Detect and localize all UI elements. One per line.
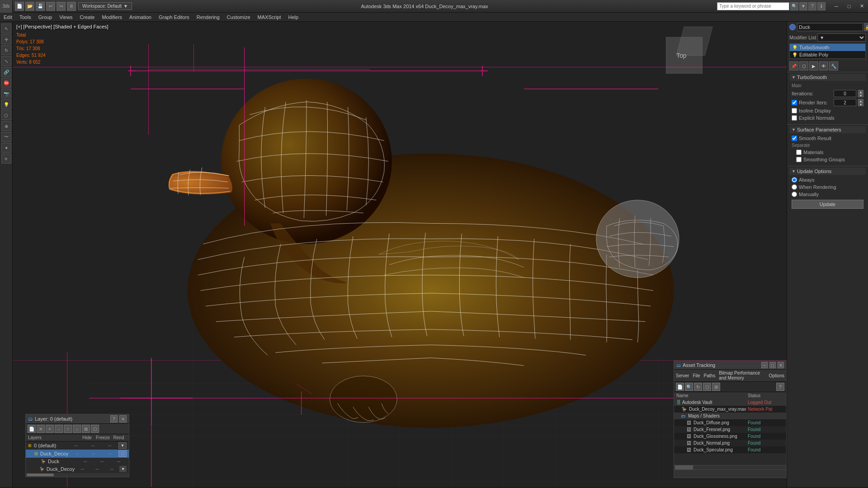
unlink-tool[interactable]: ⛔ [1, 78, 11, 88]
iter-down[interactable]: ▼ [858, 94, 863, 97]
close-btn[interactable]: ✕ [855, 0, 868, 13]
asset-toolbar-btn1[interactable]: 📄 [676, 383, 684, 391]
asset-toolbar-btn5[interactable]: ⊞ [712, 383, 720, 391]
riter-down[interactable]: ▼ [858, 103, 863, 106]
search-input[interactable] [717, 2, 789, 10]
asset-panel-scrollbar-thumb[interactable] [675, 465, 693, 469]
space-warp-tool[interactable]: 〜 [1, 132, 11, 142]
info-icon[interactable]: ℹ [817, 2, 826, 10]
modifier-turbosmooth[interactable]: 💡 TurboSmooth [790, 44, 865, 51]
menu-group[interactable]: Group [35, 14, 56, 21]
layer-expand2[interactable]: ▼ [119, 466, 127, 472]
menu-help[interactable]: Help [285, 14, 302, 21]
asset-menu-bitmap[interactable]: Bitmap Performance and Memory [719, 371, 765, 380]
layers-up-btn[interactable]: ↑ [64, 425, 72, 433]
layers-select-btn[interactable]: ⬡ [91, 425, 99, 433]
hold-btn[interactable]: ⏸ [67, 2, 76, 11]
asset-panel-scrollbar-h[interactable] [674, 465, 786, 469]
help-icon[interactable]: ? [808, 2, 816, 10]
asset-panel-maximize-btn[interactable]: □ [769, 362, 776, 368]
redo-btn[interactable]: ↪ [57, 2, 66, 11]
menu-rendering[interactable]: Rendering [193, 14, 223, 21]
modifier-icon-btn[interactable]: ⬡ [799, 61, 808, 70]
asset-row-glossiness[interactable]: 🖼 Duck_Glossiness.png Found [674, 433, 786, 440]
save-btn[interactable]: 💾 [36, 2, 45, 11]
object-color-swatch[interactable] [789, 24, 796, 30]
layer-toggle[interactable]: □ [118, 450, 127, 457]
layers-delete-btn[interactable]: ✕ [37, 425, 45, 433]
menu-animation[interactable]: Animation [126, 14, 155, 21]
materials-checkbox[interactable] [796, 150, 802, 155]
new-btn[interactable]: 📄 [15, 2, 24, 11]
link-tool[interactable]: 🔗 [1, 67, 11, 77]
menu-modifiers[interactable]: Modifiers [98, 14, 126, 21]
object-name-input[interactable] [797, 23, 863, 31]
menu-edit[interactable]: Edit [0, 14, 16, 21]
layers-expand-btn[interactable]: ⊞ [82, 425, 90, 433]
move-tool[interactable]: ✛ [1, 34, 11, 44]
asset-menu-file[interactable]: File [693, 373, 700, 378]
manually-radio[interactable] [792, 192, 797, 197]
menu-maxscript[interactable]: MAXScript [254, 14, 285, 21]
select-tool[interactable]: ↖ [1, 23, 11, 33]
layers-help-btn[interactable]: ? [110, 415, 118, 422]
layers-down-btn[interactable]: ↓ [73, 425, 81, 433]
pin-stack-btn[interactable]: 📌 [789, 61, 798, 70]
maximize-btn[interactable]: □ [843, 0, 855, 13]
asset-panel-close-btn[interactable]: ✕ [778, 362, 784, 368]
modifier-editable-poly[interactable]: 💡 Editable Poly [790, 51, 865, 58]
scale-tool[interactable]: ⤡ [1, 56, 11, 66]
undo-btn[interactable]: ↩ [46, 2, 55, 11]
always-radio[interactable] [792, 177, 797, 183]
layer-item-duck-decoy2[interactable]: 🦆 Duck_Decoy ─ ─ ─ ▼ [26, 465, 129, 473]
smooth-result-checkbox[interactable] [792, 136, 797, 141]
iterations-spinner[interactable]: ▲ ▼ [858, 90, 863, 97]
helpers-tool[interactable]: ⊕ [1, 121, 11, 131]
search-options-icon[interactable]: ▼ [799, 2, 807, 10]
layer-item-0default[interactable]: ⊞ 0 (default) ─ ─ ─ ▼ [26, 441, 129, 450]
asset-menu-paths[interactable]: Paths [704, 373, 716, 378]
open-btn[interactable]: 📂 [25, 2, 34, 11]
riter-up[interactable]: ▲ [858, 99, 863, 103]
layer-item-duck-decoy[interactable]: ⊟ Duck_Decoy ─ ─ ─ □ [26, 450, 129, 458]
asset-row-normal[interactable]: 🖼 Duck_Normal.png Found [674, 440, 786, 446]
layers-close-btn[interactable]: ✕ [119, 415, 127, 422]
asset-toolbar-btn4[interactable]: ⬡ [703, 383, 711, 391]
search-icon[interactable]: 🔍 [790, 2, 798, 10]
explicit-normals-checkbox[interactable] [792, 115, 797, 121]
asset-panel-minimize-btn[interactable]: ─ [761, 362, 768, 368]
asset-toolbar-help-btn[interactable]: ? [776, 383, 784, 391]
minimize-btn[interactable]: ─ [830, 0, 843, 13]
render-iters-checkbox[interactable] [792, 100, 797, 105]
modifier-list-dropdown[interactable]: ▼ [817, 33, 866, 42]
ribbon-tool[interactable]: ≡ [1, 154, 11, 164]
asset-row-duck-file[interactable]: 🦆 Duck_Decoy_max_vray.max Network Pat [674, 406, 786, 413]
turbosmooth-title[interactable]: ▼ TurboSmooth [789, 74, 866, 81]
asset-menu-options[interactable]: Options [769, 373, 784, 378]
update-btn[interactable]: Update [792, 200, 863, 209]
rotate-tool[interactable]: ↻ [1, 45, 11, 55]
smoothing-groups-checkbox[interactable] [796, 157, 802, 162]
layers-scroll-thumb[interactable] [27, 474, 54, 476]
menu-tools[interactable]: Tools [16, 14, 35, 21]
utilities-icon-btn[interactable]: 🔧 [829, 61, 838, 70]
animation-icon-btn[interactable]: ▶ [809, 61, 818, 70]
workspace-selector[interactable]: Workspace: Default ▼ [78, 2, 132, 10]
layer-expand[interactable]: ▼ [118, 442, 127, 449]
layers-add-btn[interactable]: + [46, 425, 54, 433]
asset-row-fresnel[interactable]: 🖼 Duck_Fresnel.png Found [674, 426, 786, 433]
asset-row-diffuse[interactable]: 🖼 Duck_Diffuse.png Found [674, 419, 786, 426]
menu-customize[interactable]: Customize [223, 14, 254, 21]
camera-tool[interactable]: 📷 [1, 89, 11, 99]
when-rendering-radio[interactable] [792, 184, 797, 190]
surface-params-title[interactable]: ▼ Surface Parameters [789, 126, 866, 133]
layers-scrollbar[interactable] [26, 473, 129, 477]
isoline-checkbox[interactable] [792, 108, 797, 113]
layers-remove-btn[interactable]: - [55, 425, 63, 433]
shape-tool[interactable]: ⬡ [1, 110, 11, 120]
asset-row-vault[interactable]: 🗄 Autodesk Vault Logged Out [674, 399, 786, 406]
layers-new-btn[interactable]: 📄 [28, 425, 36, 433]
menu-graph-editors[interactable]: Graph Editors [155, 14, 193, 21]
light-tool[interactable]: 💡 [1, 99, 11, 109]
display-icon-btn[interactable]: 👁 [819, 61, 828, 70]
